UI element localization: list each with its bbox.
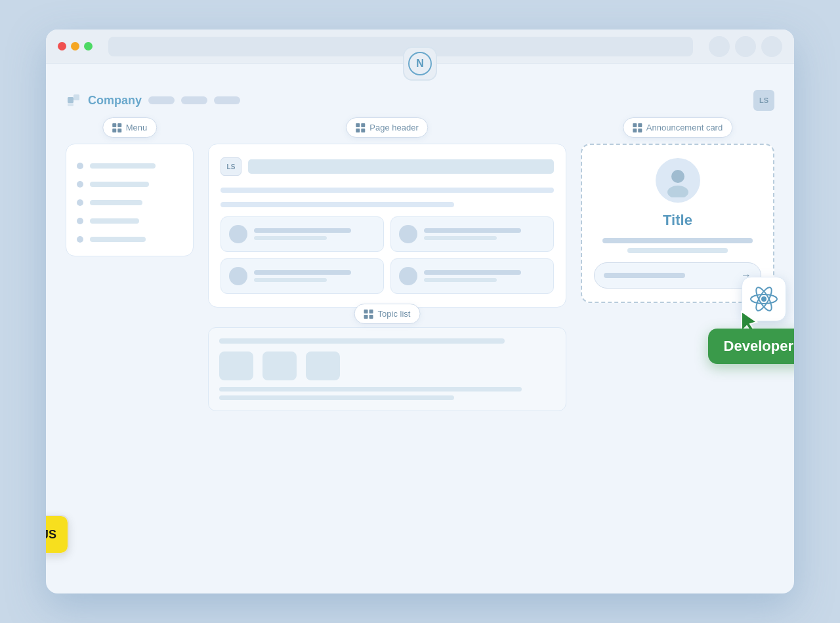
content-card-1[interactable] xyxy=(220,216,384,252)
chrome-btn-3[interactable] xyxy=(761,36,782,57)
card-avatar-1 xyxy=(229,225,247,243)
header-line-1 xyxy=(220,188,554,193)
card-line-4b xyxy=(424,278,497,282)
menu-label-text: Menu xyxy=(126,123,148,132)
js-badge-text: JS xyxy=(46,528,56,542)
nav-pill-1 xyxy=(148,96,175,104)
menu-item-label xyxy=(90,218,139,224)
topic-list-label-float: Topic list xyxy=(354,304,421,324)
js-badge-inner: JS xyxy=(46,516,68,553)
topic-line-2 xyxy=(219,395,454,400)
svg-rect-2 xyxy=(68,103,74,106)
topic-list-label: Topic list xyxy=(354,304,421,324)
traffic-lights xyxy=(58,42,93,50)
page-header-section: LS xyxy=(220,157,554,176)
topic-thumbnail-2 xyxy=(262,352,297,380)
content-card-2[interactable] xyxy=(390,216,554,252)
announcement-column-wrapper: Announcement card Title xyxy=(581,129,774,575)
svg-point-5 xyxy=(761,296,766,302)
content-card-3[interactable] xyxy=(220,258,384,294)
page-header-panel: LS xyxy=(208,144,566,308)
company-name: Company xyxy=(88,94,142,108)
card-text-2 xyxy=(424,228,545,240)
n-logo-icon: N xyxy=(408,52,432,75)
announcement-title: Title xyxy=(663,212,692,229)
topic-list-line xyxy=(219,338,505,344)
page-header-label-text: Page header xyxy=(369,123,418,132)
chrome-btn-1[interactable] xyxy=(709,36,730,57)
menu-label: Menu xyxy=(102,117,158,138)
minimize-traffic-light[interactable] xyxy=(71,42,79,50)
announcement-line-1 xyxy=(602,238,753,243)
header-nav-pills xyxy=(148,96,240,104)
content-card-4[interactable] xyxy=(390,258,554,294)
menu-item-label xyxy=(90,200,142,205)
menu-dot xyxy=(77,236,83,243)
app-header: Company LS xyxy=(66,90,774,111)
main-column-wrapper: Page header LS xyxy=(208,129,566,575)
announcement-grid-icon xyxy=(633,123,642,132)
nav-pill-2 xyxy=(181,96,207,104)
topic-thumbnail-1 xyxy=(219,352,253,380)
fullscreen-traffic-light[interactable] xyxy=(84,42,93,50)
menu-item-label xyxy=(90,182,149,187)
topic-line-1 xyxy=(219,387,522,392)
menu-panel xyxy=(66,144,194,256)
user-avatar[interactable]: LS xyxy=(753,90,774,111)
announcement-line-2 xyxy=(627,248,728,253)
card-line-3a xyxy=(254,270,351,275)
browser-logo: N xyxy=(403,47,437,81)
cube-icon xyxy=(66,92,81,108)
menu-dot xyxy=(77,199,83,206)
announcement-card-label: Announcement card xyxy=(623,117,732,138)
header-title-bar xyxy=(248,159,554,174)
card-line-1b xyxy=(254,236,327,240)
chrome-btn-2[interactable] xyxy=(735,36,756,57)
react-logo-svg xyxy=(749,285,778,313)
browser-window: N Company xyxy=(46,30,794,593)
menu-items-list xyxy=(77,163,182,243)
ls-badge: LS xyxy=(220,157,242,176)
svg-point-3 xyxy=(671,170,684,183)
person-avatar-svg xyxy=(661,163,695,197)
announcement-cta-button[interactable]: → xyxy=(594,262,761,289)
card-avatar-3 xyxy=(229,267,247,285)
announcement-avatar xyxy=(656,158,700,203)
card-text-3 xyxy=(254,270,375,282)
app-logo-area: Company xyxy=(66,92,240,108)
svg-point-4 xyxy=(667,186,688,197)
announcement-card-label-text: Announcement card xyxy=(646,123,723,132)
cta-bar xyxy=(604,273,685,278)
address-bar[interactable] xyxy=(108,37,693,56)
menu-item[interactable] xyxy=(77,199,182,206)
chrome-buttons xyxy=(709,36,782,57)
header-line-2 xyxy=(220,202,454,207)
announcement-body-lines xyxy=(594,238,761,253)
content-area: Company LS Menu xyxy=(46,64,794,593)
topic-list-section-outer: Topic list xyxy=(208,315,566,411)
page-header-grid-icon xyxy=(356,123,365,132)
topic-list-lines xyxy=(219,387,555,400)
menu-item-label xyxy=(90,163,156,169)
card-line-3b xyxy=(254,278,327,282)
card-avatar-4 xyxy=(399,267,417,285)
card-line-2b xyxy=(424,236,497,240)
card-text-1 xyxy=(254,228,375,240)
announcement-card-panel: Title → xyxy=(581,144,774,303)
menu-item[interactable] xyxy=(77,163,182,169)
card-avatar-2 xyxy=(399,225,417,243)
menu-item[interactable] xyxy=(77,236,182,243)
menu-dot xyxy=(77,218,83,224)
menu-item-label xyxy=(90,237,146,242)
topic-list-label-text: Topic list xyxy=(378,309,411,319)
card-line-1a xyxy=(254,228,351,233)
topic-thumbnail-3 xyxy=(306,352,340,380)
menu-item[interactable] xyxy=(77,218,182,224)
menu-dot xyxy=(77,181,83,188)
card-line-2a xyxy=(424,228,521,233)
menu-grid-icon xyxy=(112,123,121,132)
content-cards-grid xyxy=(220,216,554,294)
close-traffic-light[interactable] xyxy=(58,42,66,50)
nav-pill-3 xyxy=(214,96,240,104)
menu-item[interactable] xyxy=(77,181,182,188)
